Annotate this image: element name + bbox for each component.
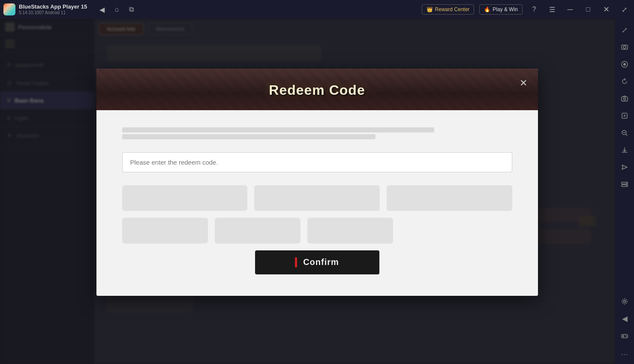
storage-icon[interactable] [617,177,632,192]
svg-point-10 [626,183,627,184]
redeem-code-input[interactable] [122,152,512,172]
svg-rect-4 [622,97,628,101]
redeem-modal: Redeem Code ✕ Confirm [96,69,538,296]
svg-point-15 [626,336,627,337]
more-options-icon[interactable]: … [617,345,632,361]
zoom-fit-icon[interactable] [617,108,632,123]
right-sidebar: ⤢ [615,19,634,364]
modal-body: Confirm [96,110,538,296]
maximize-button[interactable]: □ [582,3,595,16]
screenshot-icon[interactable] [617,39,632,55]
app-info: BlueStacks App Player 15 5.14.10.1007 An… [19,3,87,15]
modal-header: Redeem Code ✕ [96,69,538,110]
gamepad-icon[interactable] [617,328,632,343]
expand-button[interactable]: ⤢ [618,3,631,16]
modal-close-button[interactable]: ✕ [516,75,531,91]
reward-center-button[interactable]: 👑 Reward Center [422,4,475,15]
blurred-card-6 [307,218,393,244]
reward-center-label: Reward Center [435,6,470,12]
refresh-icon[interactable] [617,74,632,89]
menu-button[interactable]: ☰ [546,3,559,16]
tabs-button[interactable]: ⧉ [125,3,138,16]
app-icon [3,3,15,15]
app-name: BlueStacks App Player 15 [19,3,87,10]
svg-point-12 [624,301,626,303]
blurred-card-4 [122,218,208,244]
svg-point-14 [625,335,626,336]
zoom-out-icon[interactable] [617,125,632,141]
help-button[interactable]: ? [528,3,541,16]
blurred-card-2 [254,185,380,211]
settings-icon[interactable] [617,294,632,309]
blurred-card-5 [215,218,300,244]
modal-title: Redeem Code [269,82,365,98]
fire-icon: 🔥 [484,6,490,12]
svg-point-5 [624,98,626,100]
airplane-icon[interactable] [617,159,632,175]
svg-point-1 [623,46,626,48]
play-win-label: Play & Win [493,6,518,12]
title-actions: 👑 Reward Center 🔥 Play & Win ? ☰ ─ □ ✕ ⤢ [422,3,631,16]
titlebar: BlueStacks App Player 15 5.14.10.1007 An… [0,0,634,19]
nav-buttons: ◀ ⌂ ⧉ [96,3,138,16]
play-win-button[interactable]: 🔥 Play & Win [479,4,523,15]
home-button[interactable]: ⌂ [110,3,123,16]
blurred-card-1 [122,185,248,211]
close-button[interactable]: ✕ [600,3,613,16]
blurred-row-2 [122,218,512,244]
confirm-button[interactable]: Confirm [255,250,379,274]
minimize-button[interactable]: ─ [564,3,577,16]
blurred-card-3 [387,185,512,211]
camera-photo-icon[interactable] [617,91,632,106]
back-arrow-icon[interactable]: ◀ [617,311,632,326]
back-button[interactable]: ◀ [96,3,108,16]
expand-sidebar-icon[interactable]: ⤢ [617,22,632,38]
download-icon[interactable] [617,142,632,158]
desc-line-1 [122,127,434,132]
record-icon[interactable] [617,57,632,72]
svg-point-3 [623,63,626,66]
desc-line-2 [122,134,376,139]
crown-icon: 👑 [427,6,433,12]
svg-point-11 [626,185,627,186]
description-lines [122,127,512,139]
app-version: 5.14.10.1007 Android 11 [19,10,87,15]
blurred-row-1 [122,185,512,211]
